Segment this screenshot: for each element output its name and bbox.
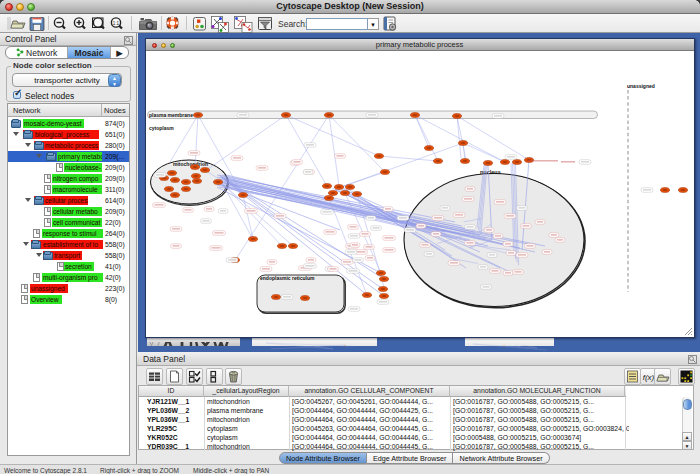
svg-text:1:1: 1:1 [113, 21, 120, 26]
svg-text:unassigned: unassigned [627, 83, 655, 89]
svg-text:endoplasmic reticulum: endoplasmic reticulum [260, 275, 315, 281]
svg-text:cytoplasm: cytoplasm [149, 125, 174, 131]
svg-text:f(x): f(x) [643, 373, 655, 382]
svg-text:plasma membrane: plasma membrane [149, 112, 193, 118]
